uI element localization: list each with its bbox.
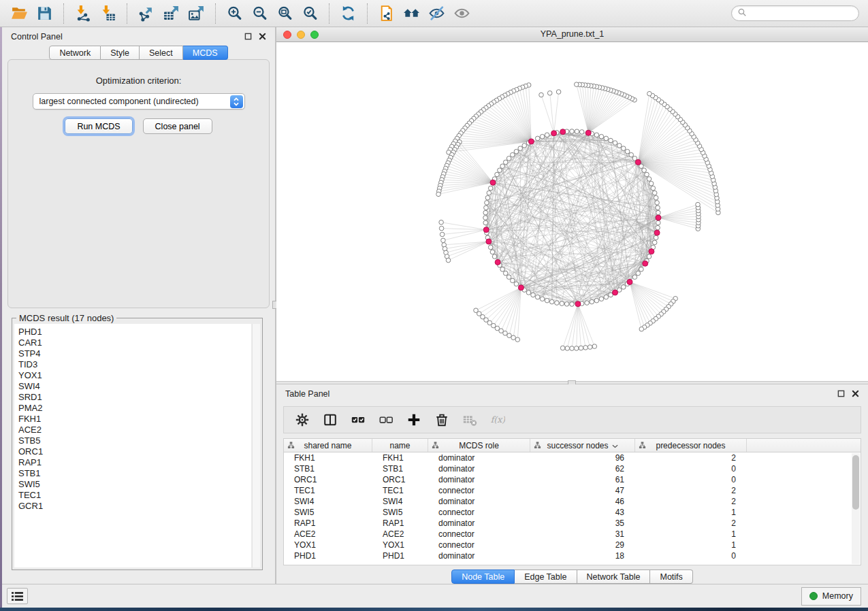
column-selector-icon[interactable]: [321, 411, 339, 429]
mcds-result-item[interactable]: STP4: [18, 348, 251, 359]
column-header-shared-name[interactable]: shared name: [284, 439, 372, 452]
tab-style[interactable]: Style: [101, 46, 140, 60]
table-row[interactable]: STB1STB1dominator620: [284, 463, 861, 474]
table-row[interactable]: RAP1RAP1dominator352: [284, 518, 861, 529]
table-cell: SWI5: [284, 508, 372, 517]
mcds-result-item[interactable]: STB1: [18, 468, 251, 479]
table-row[interactable]: ACE2ACE2connector311: [284, 529, 861, 540]
zoom-out-icon[interactable]: [247, 3, 272, 24]
export-image-icon[interactable]: [184, 3, 209, 24]
tab-motifs[interactable]: Motifs: [650, 569, 692, 584]
column-label: shared name: [304, 441, 351, 450]
share-document-icon[interactable]: [374, 3, 399, 24]
column-header-name[interactable]: name: [372, 439, 428, 452]
table-row[interactable]: PHD1PHD1dominator180: [284, 550, 861, 561]
tab-network-table[interactable]: Network Table: [577, 569, 651, 584]
network-home-icon[interactable]: [399, 3, 424, 24]
mcds-result-item[interactable]: ORC1: [18, 446, 251, 457]
add-row-icon[interactable]: [405, 411, 423, 429]
close-panel-button[interactable]: Close panel: [143, 118, 212, 134]
table-row[interactable]: FKH1FKH1dominator962: [284, 452, 861, 463]
mcds-result-item[interactable]: STB5: [18, 435, 251, 446]
hide-selected-icon[interactable]: [424, 3, 449, 24]
refresh-layout-icon[interactable]: [336, 3, 361, 24]
table-body: FKH1FKH1dominator962STB1STB1dominator620…: [284, 452, 861, 561]
tab-edge-table[interactable]: Edge Table: [515, 569, 577, 584]
import-network-icon[interactable]: [70, 3, 95, 24]
control-panel-tabs: NetworkStyleSelectMCDS: [2, 46, 275, 60]
zoom-fit-icon[interactable]: [272, 3, 298, 24]
export-table-icon[interactable]: [159, 3, 184, 24]
settings-gear-icon[interactable]: [293, 411, 311, 429]
toolbar-group: [7, 3, 57, 24]
toolbar-separator: [127, 3, 127, 24]
toolbar-group: [70, 3, 120, 24]
mcds-result-item[interactable]: PMA2: [18, 403, 251, 414]
show-eye-icon[interactable]: [449, 3, 475, 24]
memory-button[interactable]: Memory: [801, 587, 861, 606]
mcds-result-item[interactable]: TEC1: [18, 490, 251, 501]
search-box: [731, 5, 859, 21]
scrollbar-thumb[interactable]: [852, 455, 859, 510]
mcds-result-item[interactable]: ACE2: [18, 425, 251, 435]
table-cell: TEC1: [372, 486, 428, 495]
memory-status-icon: [809, 592, 818, 600]
tab-mcds[interactable]: MCDS: [183, 46, 228, 60]
toolbar-group: [374, 3, 475, 24]
column-header-successor-nodes[interactable]: successor nodes: [530, 439, 635, 452]
open-folder-icon[interactable]: [7, 3, 32, 24]
network-graph[interactable]: [276, 42, 867, 380]
column-header-mcds-role[interactable]: MCDS role: [428, 439, 530, 452]
network-window-title: YPA_prune.txt_1: [276, 29, 868, 39]
network-window: YPA_prune.txt_1: [276, 27, 868, 381]
control-panel-title: Control Panel: [11, 32, 63, 42]
mcds-result-item[interactable]: GCR1: [18, 501, 251, 512]
run-mcds-button[interactable]: Run MCDS: [65, 118, 132, 134]
toolbar-group: [336, 3, 361, 24]
tab-select[interactable]: Select: [140, 46, 183, 60]
table-row[interactable]: SWI5SWI5connector431: [284, 507, 861, 518]
mcds-result-scrollbar[interactable]: [252, 324, 260, 567]
table-row[interactable]: SWI4SWI4dominator462: [284, 496, 861, 507]
network-canvas[interactable]: [276, 42, 867, 380]
mcds-result-item[interactable]: YOX1: [18, 370, 251, 381]
mcds-result-item[interactable]: SWI5: [18, 479, 251, 490]
select-all-icon[interactable]: [349, 411, 367, 429]
mcds-result-item[interactable]: RAP1: [18, 457, 251, 468]
mcds-result-item[interactable]: CAR1: [18, 337, 251, 348]
float-panel-icon[interactable]: [244, 33, 252, 40]
mcds-result-list[interactable]: PHD1CAR1STP4TID3YOX1SWI4SRD1PMA2FKH1ACE2…: [14, 324, 251, 567]
mcds-result-item[interactable]: SRD1: [18, 392, 251, 403]
column-header-predecessor-nodes[interactable]: predecessor nodes: [635, 439, 747, 452]
mcds-result-item[interactable]: PHD1: [18, 327, 251, 337]
delete-row-icon[interactable]: [433, 411, 451, 429]
export-network-icon[interactable]: [133, 3, 159, 24]
table-scrollbar[interactable]: [852, 453, 860, 564]
table-cell: SWI5: [372, 508, 428, 517]
search-input[interactable]: [750, 9, 855, 18]
zoom-selected-icon[interactable]: [298, 3, 323, 24]
table-row[interactable]: ORC1ORC1dominator610: [284, 474, 861, 485]
close-panel-icon[interactable]: [852, 390, 859, 397]
zoom-in-icon[interactable]: [222, 3, 247, 24]
save-session-icon[interactable]: [32, 3, 57, 24]
table-cell: 18: [530, 551, 635, 561]
float-panel-icon[interactable]: [837, 390, 845, 397]
mcds-result-item[interactable]: SWI4: [18, 381, 251, 392]
table-cell: 0: [635, 464, 747, 474]
table-cell: 2: [635, 497, 747, 506]
close-panel-icon[interactable]: [259, 33, 266, 40]
table-cell: STB1: [284, 464, 372, 474]
criterion-value: largest connected component (undirected): [39, 97, 199, 106]
mcds-result-item[interactable]: TID3: [18, 359, 251, 370]
task-history-button[interactable]: [7, 588, 28, 604]
table-row[interactable]: YOX1YOX1connector291: [284, 540, 861, 550]
mcds-result-item[interactable]: FKH1: [18, 414, 251, 425]
table-cell: ORC1: [284, 475, 372, 484]
clear-selection-icon[interactable]: [377, 411, 395, 429]
import-table-icon[interactable]: [95, 3, 120, 24]
criterion-select[interactable]: largest connected component (undirected): [33, 93, 245, 110]
tab-network[interactable]: Network: [49, 46, 101, 60]
table-row[interactable]: TEC1TEC1connector472: [284, 485, 861, 496]
tab-node-table[interactable]: Node Table: [451, 569, 515, 584]
